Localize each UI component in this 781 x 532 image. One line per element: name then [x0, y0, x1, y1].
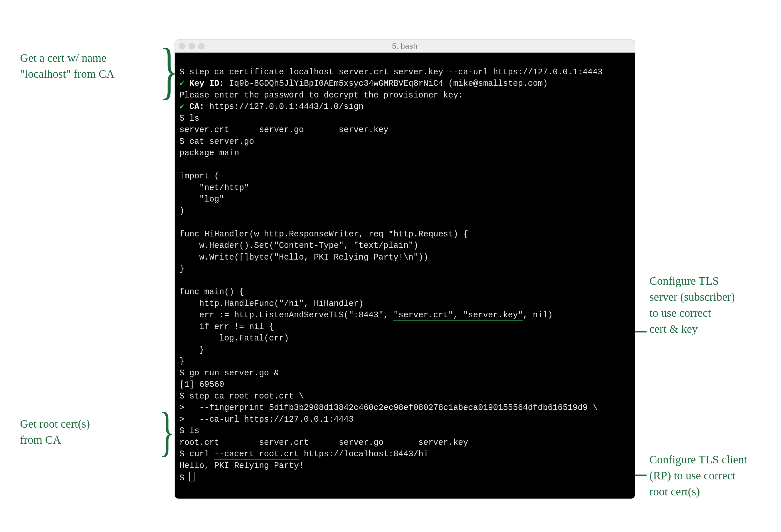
code-line: if err != nil { — [179, 322, 274, 331]
prompt: $ — [179, 474, 184, 483]
prompt: $ — [179, 137, 184, 146]
cmd-cat: cat server.go — [184, 137, 254, 146]
ca-url: https://127.0.0.1:4443/1.0/sign — [204, 102, 364, 112]
terminal-window: 5. bash $ step ca certificate localhost … — [174, 39, 635, 499]
code-line: func main() { — [179, 287, 244, 297]
ls-output-2: root.crt server.crt server.go server.key — [179, 438, 468, 447]
prompt: $ — [179, 114, 184, 123]
code-line: "net/http" — [179, 183, 249, 193]
prompt: $ — [179, 392, 184, 401]
annotation-get-cert: Get a cert w/ name "localhost" from CA — [20, 50, 115, 82]
cmd-ls: ls — [184, 114, 199, 123]
ls-output-1: server.crt server.go server.key — [179, 125, 388, 135]
window-titlebar: 5. bash — [175, 40, 635, 53]
brace-icon: } — [159, 400, 175, 462]
code-line: log.Fatal(err) — [179, 334, 289, 343]
cmd-go-run: go run server.go & — [184, 368, 279, 378]
cmd-curl: curl — [184, 449, 214, 459]
code-line: } — [179, 357, 184, 366]
cmd-ls: ls — [184, 426, 199, 436]
annotation-get-root: Get root cert(s) from CA — [20, 416, 90, 448]
code-line: "log" — [179, 195, 224, 204]
cont-prompt: > — [179, 415, 184, 424]
cmd-step-cert: step ca certificate localhost server.crt… — [184, 68, 603, 77]
close-icon[interactable] — [179, 43, 185, 49]
code-line: } — [179, 345, 204, 355]
prompt: $ — [179, 449, 184, 459]
code-line: err := http.ListenAndServeTLS(":8443", — [179, 310, 394, 320]
code-line: import ( — [179, 172, 219, 181]
cmd-step-root: step ca root root.crt \ — [184, 392, 304, 401]
code-line: w.Header().Set("Content-Type", "text/pla… — [179, 241, 418, 251]
code-highlight: "server.crt", "server.key" — [394, 310, 523, 321]
final-space — [184, 474, 189, 483]
window-title: 5. bash — [175, 42, 635, 51]
job-output: [1] 69560 — [179, 380, 224, 389]
code-line: package main — [179, 148, 239, 158]
cursor-icon — [190, 472, 195, 481]
password-prompt: Please enter the password to decrypt the… — [179, 91, 463, 100]
code-highlight: --cacert root.crt — [214, 449, 299, 460]
cmd-curl: https://localhost:8443/hi — [299, 449, 428, 459]
check-icon: ✔ — [179, 79, 184, 88]
traffic-lights — [179, 43, 205, 49]
zoom-icon[interactable] — [198, 43, 205, 49]
code-line: w.Write([]byte("Hello, PKI Relying Party… — [179, 253, 428, 262]
code-line: } — [179, 264, 184, 274]
cont-prompt: > — [179, 403, 184, 412]
cmd-step-root-2: --fingerprint 5d1fb3b2908d13842c460c2ec9… — [184, 403, 597, 412]
key-id-label: Key ID: — [184, 79, 224, 88]
minimize-icon[interactable] — [189, 43, 195, 49]
prompt: $ — [179, 68, 184, 77]
prompt: $ — [179, 368, 184, 378]
curl-output: Hello, PKI Relying Party! — [179, 461, 304, 471]
key-id-value: Iq9b-8GDQh5JlYiBpI0AEm5xsyc34wGMRBVEq8rN… — [224, 79, 548, 88]
cmd-step-root-3: --ca-url https://127.0.0.1:4443 — [184, 415, 354, 424]
terminal-body[interactable]: $ step ca certificate localhost server.c… — [175, 53, 635, 499]
code-line: ) — [179, 207, 184, 216]
annotation-tls-client: Configure TLS client (RP) to use correct… — [649, 452, 747, 500]
annotation-tls-server: Configure TLS server (subscriber) to use… — [649, 273, 735, 337]
code-line: func HiHandler(w http.ResponseWriter, re… — [179, 229, 468, 239]
check-icon: ✔ — [179, 102, 184, 112]
code-line: http.HandleFunc("/hi", HiHandler) — [179, 299, 364, 308]
code-line: , nil) — [523, 310, 553, 320]
ca-label: CA: — [184, 102, 204, 112]
prompt: $ — [179, 426, 184, 436]
